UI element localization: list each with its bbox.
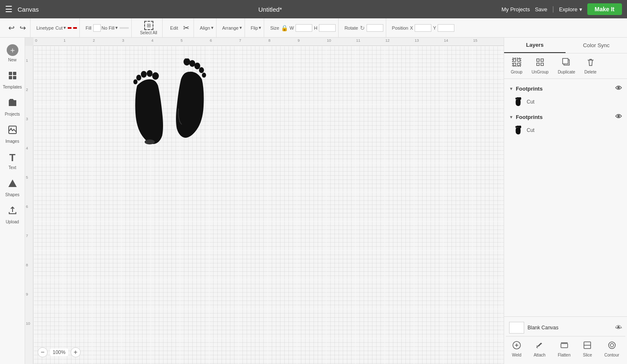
- layer-actions: Group UnGroup Duplicate Delete: [504, 53, 627, 79]
- select-all-button[interactable]: ⊞ Select All: [138, 20, 160, 36]
- linetype-swatch: [68, 27, 77, 29]
- slice-button[interactable]: Slice: [579, 339, 595, 359]
- ruler-mark-4: 4: [151, 38, 153, 43]
- zoom-out-button[interactable]: −: [38, 347, 48, 357]
- group-button[interactable]: Group: [507, 56, 526, 76]
- select-all-box-icon: ⊞: [144, 21, 153, 30]
- sidebar-item-upload[interactable]: Upload: [1, 202, 24, 228]
- svg-rect-19: [517, 59, 520, 61]
- canvas-eye-icon[interactable]: 👁: [615, 324, 622, 331]
- explore-button[interactable]: Explore ▾: [559, 6, 582, 13]
- canvas-area[interactable]: 0 1 2 3 4 5 6 7 8 9 10 11 12 13 14 15 1 …: [25, 38, 504, 364]
- menu-button[interactable]: ☰: [5, 4, 13, 14]
- y-input[interactable]: [438, 24, 454, 32]
- ruler-mark-13: 13: [415, 38, 419, 43]
- tab-color-sync[interactable]: Color Sync: [566, 38, 627, 53]
- undo-button[interactable]: ↩: [7, 23, 16, 33]
- ruler-mark-1: 1: [64, 38, 66, 43]
- top-navigation: ☰ Canvas Untitled* My Projects Save | Ex…: [0, 0, 627, 18]
- ruler-mark-2: 2: [93, 38, 95, 43]
- images-icon: [8, 125, 18, 137]
- flatten-button[interactable]: Flatten: [554, 339, 574, 359]
- svg-point-33: [517, 126, 519, 128]
- zoom-level: 100%: [50, 349, 68, 356]
- arrange-button[interactable]: Arrange ▾: [222, 25, 242, 30]
- attach-button[interactable]: Attach: [530, 339, 549, 359]
- fill-label: Fill: [86, 25, 92, 30]
- contour-button[interactable]: Contour: [601, 339, 623, 359]
- contour-label: Contour: [604, 353, 619, 357]
- undo-redo-group: ↩ ↪: [4, 18, 31, 37]
- align-button[interactable]: Align ▾: [200, 25, 213, 30]
- svg-rect-25: [537, 63, 539, 66]
- sidebar-item-projects[interactable]: Projects: [1, 94, 24, 120]
- delete-label: Delete: [584, 70, 596, 74]
- ruler-mark-6: 6: [210, 38, 212, 43]
- width-input[interactable]: [296, 24, 312, 32]
- fill-select[interactable]: No Fill ▾: [93, 24, 118, 32]
- layer-header-2[interactable]: ▼ Footprints 👁: [504, 111, 627, 123]
- canvas-content: [130, 58, 213, 160]
- panel-tabs: Layers Color Sync: [504, 38, 627, 53]
- edit-button[interactable]: Edit: [168, 25, 180, 31]
- sidebar-item-text[interactable]: T Text: [1, 149, 24, 173]
- svg-rect-28: [563, 58, 568, 64]
- zoom-in-button[interactable]: +: [71, 347, 81, 357]
- make-it-button[interactable]: Make It: [587, 3, 622, 15]
- images-label: Images: [5, 139, 19, 144]
- arrange-label: Arrange: [222, 25, 239, 30]
- svg-rect-23: [537, 59, 539, 61]
- slice-label: Slice: [583, 353, 592, 357]
- sidebar-item-new[interactable]: ＋ New: [1, 41, 24, 66]
- duplicate-button[interactable]: Duplicate: [554, 56, 579, 76]
- footprints-artwork[interactable]: [130, 58, 213, 159]
- height-input[interactable]: [319, 24, 336, 32]
- size-lock-icon: 🔒: [281, 25, 288, 31]
- layer-thumb-2: [514, 126, 523, 135]
- my-projects-button[interactable]: My Projects: [502, 6, 530, 13]
- app-name: Canvas: [18, 6, 39, 13]
- layer-item-2[interactable]: Cut: [504, 123, 627, 137]
- svg-rect-18: [513, 59, 516, 61]
- svg-rect-22: [512, 58, 521, 66]
- svg-point-16: [199, 67, 204, 73]
- ruler-mark-10: 10: [327, 38, 331, 43]
- linetype-value: Cut: [56, 25, 63, 30]
- group-icon: [512, 58, 521, 69]
- new-label: New: [8, 58, 16, 62]
- height-label: H: [314, 25, 317, 30]
- linetype-select[interactable]: Cut ▾: [56, 25, 66, 30]
- sidebar-item-images[interactable]: Images: [1, 121, 24, 147]
- tab-layers[interactable]: Layers: [504, 38, 566, 53]
- rotate-icon: ↻: [360, 25, 365, 31]
- slice-icon: [583, 341, 592, 352]
- sidebar-item-templates[interactable]: Templates: [1, 67, 24, 93]
- layer-item-1[interactable]: Cut: [504, 95, 627, 109]
- attach-icon: [535, 341, 544, 352]
- svg-point-11: [133, 79, 138, 84]
- flip-button[interactable]: Flip ▾: [251, 25, 262, 30]
- text-icon: T: [9, 152, 15, 164]
- scissors-icon-button[interactable]: ✂: [181, 23, 191, 33]
- redo-button[interactable]: ↪: [18, 23, 28, 33]
- sidebar-item-shapes[interactable]: Shapes: [1, 175, 24, 200]
- save-button[interactable]: Save: [535, 6, 548, 13]
- ruler-mark-0: 0: [35, 38, 37, 43]
- arrange-chevron-icon: ▾: [240, 25, 242, 30]
- canvas-background: [33, 46, 504, 364]
- layer-group-2: ▼ Footprints 👁 Cut: [504, 111, 627, 137]
- svg-rect-1: [13, 72, 16, 75]
- x-input[interactable]: [415, 24, 431, 32]
- ungroup-button[interactable]: UnGroup: [528, 56, 552, 76]
- arrange-group: Arrange ▾: [220, 18, 245, 37]
- attach-label: Attach: [534, 353, 545, 357]
- rotate-input[interactable]: [367, 24, 383, 32]
- ruler-left: 1 2 3 4 5 6 7 8 9 10: [25, 46, 33, 364]
- weld-button[interactable]: Weld: [509, 339, 525, 359]
- layer-eye-2[interactable]: 👁: [615, 113, 622, 121]
- layer-eye-1[interactable]: 👁: [615, 85, 622, 92]
- delete-button[interactable]: Delete: [581, 56, 600, 76]
- svg-point-12: [145, 139, 155, 144]
- svg-rect-24: [541, 59, 543, 61]
- layer-header-1[interactable]: ▼ Footprints 👁: [504, 82, 627, 95]
